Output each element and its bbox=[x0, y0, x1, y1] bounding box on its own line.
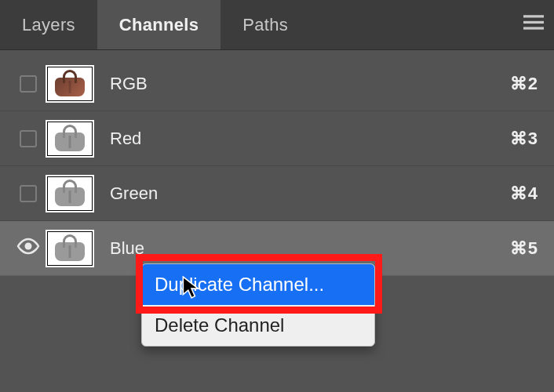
channel-thumbnail[interactable] bbox=[46, 175, 94, 212]
channel-name: RGB bbox=[107, 74, 491, 94]
visibility-toggle[interactable] bbox=[20, 185, 37, 202]
channel-name: Red bbox=[107, 129, 491, 149]
svg-rect-2 bbox=[523, 27, 544, 29]
channel-list: RGB ⌘2 Red ⌘3 bbox=[0, 50, 554, 276]
panel-tabs: Layers Channels Paths bbox=[0, 0, 554, 50]
channel-thumbnail[interactable] bbox=[46, 120, 94, 158]
svg-rect-1 bbox=[523, 20, 544, 23]
hamburger-icon bbox=[523, 15, 544, 35]
channel-row[interactable]: RGB ⌘2 bbox=[0, 56, 554, 111]
panel-menu-button[interactable] bbox=[513, 0, 554, 49]
tab-channels[interactable]: Channels bbox=[97, 0, 221, 49]
context-menu-item-delete-channel[interactable]: Delete Channel bbox=[142, 305, 374, 346]
channel-shortcut: ⌘2 bbox=[491, 74, 538, 94]
visibility-toggle[interactable] bbox=[20, 75, 37, 93]
visibility-toggle[interactable] bbox=[20, 130, 37, 147]
thumbnail-bag-icon bbox=[55, 78, 85, 96]
tab-paths[interactable]: Paths bbox=[221, 0, 310, 49]
channel-row[interactable]: Green ⌘4 bbox=[0, 166, 554, 221]
svg-rect-0 bbox=[523, 15, 544, 17]
visibility-toggle[interactable] bbox=[16, 237, 40, 260]
channel-thumbnail[interactable] bbox=[46, 230, 94, 267]
context-menu-item-duplicate-channel[interactable]: Duplicate Channel... bbox=[142, 264, 374, 305]
thumbnail-bag-icon bbox=[55, 187, 85, 206]
channel-shortcut: ⌘4 bbox=[491, 183, 538, 204]
channels-panel: Layers Channels Paths bbox=[0, 0, 554, 392]
channel-row[interactable]: Red ⌘3 bbox=[0, 111, 554, 166]
thumbnail-bag-icon bbox=[55, 132, 85, 151]
tab-layers[interactable]: Layers bbox=[0, 0, 97, 49]
thumbnail-bag-icon bbox=[55, 242, 85, 261]
channel-shortcut: ⌘5 bbox=[491, 238, 538, 259]
context-menu: Duplicate Channel... Delete Channel bbox=[141, 263, 375, 347]
svg-point-3 bbox=[25, 242, 32, 249]
channel-thumbnail[interactable] bbox=[46, 65, 94, 103]
channel-shortcut: ⌘3 bbox=[491, 129, 538, 149]
eye-icon bbox=[16, 238, 40, 260]
channel-name: Blue bbox=[107, 238, 491, 259]
channel-name: Green bbox=[107, 183, 491, 204]
